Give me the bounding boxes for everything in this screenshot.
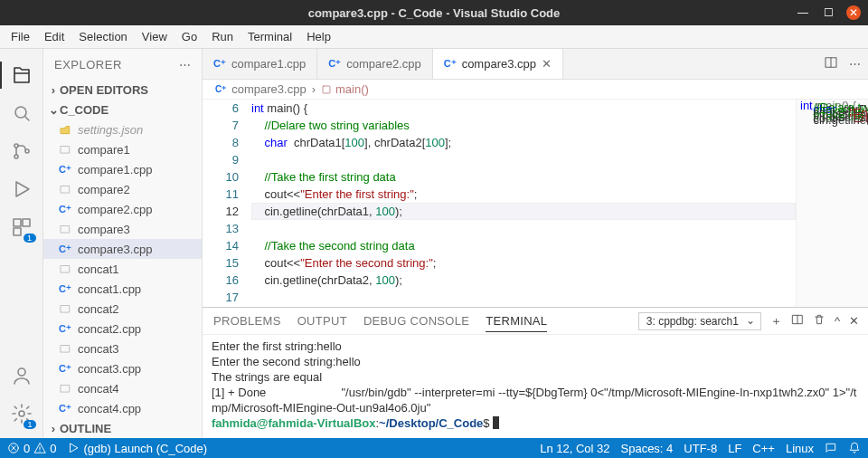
file-item[interactable]: C⁺concat3.cpp (43, 358, 202, 378)
minimize-icon[interactable]: — (796, 5, 810, 20)
menu-terminal[interactable]: Terminal (241, 26, 299, 47)
split-terminal-icon[interactable] (791, 313, 804, 329)
line-gutter: 6789101112131415161718 (203, 100, 251, 307)
status-problems[interactable]: 00 (7, 442, 56, 455)
binary-file-icon (58, 341, 72, 356)
explorer-icon[interactable] (0, 56, 43, 94)
file-item[interactable]: C⁺compare2.cpp (43, 199, 202, 219)
menu-edit[interactable]: Edit (37, 26, 71, 47)
cpp-file-icon: C⁺ (444, 58, 457, 70)
title-bar: compare3.cpp - C_Code - Visual Studio Co… (0, 0, 868, 25)
explorer-title: EXPLORER (54, 58, 122, 72)
status-os[interactable]: Linux (786, 442, 814, 455)
outline-section[interactable]: ›OUTLINE (43, 418, 202, 438)
cpp-file-icon: C⁺ (58, 242, 72, 256)
menu-help[interactable]: Help (299, 26, 338, 47)
extensions-icon[interactable]: 1 (0, 208, 43, 246)
binary-file-icon (58, 222, 72, 236)
panel-tab-problems[interactable]: PROBLEMS (213, 310, 281, 331)
split-editor-icon[interactable] (824, 55, 838, 72)
file-label: concat1 (78, 262, 119, 276)
file-item[interactable]: compare2 (43, 179, 202, 199)
cpp-file-icon: C⁺ (58, 321, 72, 336)
svg-point-3 (25, 149, 29, 153)
more-icon[interactable]: ⋯ (179, 58, 192, 72)
file-list: settings.jsoncompare1C⁺compare1.cppcompa… (43, 119, 202, 418)
json-file-icon (58, 122, 72, 137)
editor-tabs: C⁺compare1.cppC⁺compare2.cppC⁺compare3.c… (203, 49, 868, 80)
binary-file-icon (58, 301, 72, 316)
close-tab-icon[interactable]: ✕ (542, 57, 552, 71)
breadcrumb[interactable]: C⁺ compare3.cpp › main() (203, 80, 868, 100)
status-lang[interactable]: C++ (752, 442, 775, 455)
menu-run[interactable]: Run (204, 26, 241, 47)
accounts-icon[interactable] (0, 357, 43, 395)
maximize-icon[interactable]: ☐ (821, 5, 835, 20)
menu-view[interactable]: View (135, 26, 175, 47)
open-editors-section[interactable]: ›OPEN EDITORS (43, 80, 202, 100)
file-item[interactable]: C⁺compare3.cpp (43, 239, 202, 259)
search-icon[interactable] (0, 94, 43, 132)
file-item[interactable]: concat4 (43, 378, 202, 398)
kill-terminal-icon[interactable] (813, 313, 826, 329)
maximize-panel-icon[interactable]: ^ (835, 314, 840, 328)
close-panel-icon[interactable]: ✕ (849, 314, 859, 328)
source-control-icon[interactable] (0, 132, 43, 170)
status-eol[interactable]: LF (728, 442, 741, 455)
panel-tab-terminal[interactable]: TERMINAL (486, 310, 547, 332)
file-item[interactable]: C⁺concat2.cpp (43, 319, 202, 339)
editor-tab[interactable]: C⁺compare3.cpp✕ (433, 49, 563, 79)
svg-point-7 (18, 368, 25, 376)
file-item[interactable]: compare1 (43, 139, 202, 159)
menu-go[interactable]: Go (175, 26, 204, 47)
more-actions-icon[interactable]: ⋯ (849, 57, 861, 71)
file-label: settings.json (78, 123, 143, 137)
terminal-output[interactable]: Enter the first string:helloEnter the se… (203, 335, 868, 438)
explorer-sidebar: EXPLORER ⋯ ›OPEN EDITORS ⌄C_CODE setting… (43, 49, 203, 438)
file-item[interactable]: C⁺concat1.cpp (43, 279, 202, 299)
panel-tab-output[interactable]: OUTPUT (297, 310, 347, 331)
terminal-task-dropdown[interactable]: 3: cppdbg: search1 (638, 312, 761, 330)
binary-file-icon (58, 262, 72, 276)
settings-gear-icon[interactable]: 1 (0, 395, 43, 433)
file-item[interactable]: compare3 (43, 219, 202, 239)
status-bar: 00 (gdb) Launch (C_Code) Ln 12, Col 32 S… (0, 438, 868, 458)
file-item[interactable]: C⁺concat4.cpp (43, 398, 202, 418)
file-label: concat2.cpp (78, 322, 141, 336)
panel-tab-debug-console[interactable]: DEBUG CONSOLE (363, 310, 469, 331)
minimap[interactable]: int main() { //Delare two string variabl… (796, 100, 868, 307)
status-ln-col[interactable]: Ln 12, Col 32 (540, 442, 609, 455)
editor-tab[interactable]: C⁺compare1.cpp (203, 49, 317, 79)
run-debug-icon[interactable] (0, 170, 43, 208)
file-label: concat1.cpp (78, 282, 141, 296)
file-label: concat4.cpp (78, 402, 141, 415)
window-title: compare3.cpp - C_Code - Visual Studio Co… (308, 6, 561, 20)
menu-file[interactable]: File (4, 26, 37, 47)
status-debug-config[interactable]: (gdb) Launch (C_Code) (67, 442, 207, 455)
status-encoding[interactable]: UTF-8 (684, 442, 717, 455)
svg-rect-17 (323, 86, 330, 93)
folder-section[interactable]: ⌄C_CODE (43, 100, 202, 119)
menu-selection[interactable]: Selection (71, 26, 134, 47)
binary-file-icon (58, 142, 72, 157)
extensions-badge: 1 (24, 234, 36, 243)
menu-bar: FileEditSelectionViewGoRunTerminalHelp (0, 25, 868, 49)
cpp-file-icon: C⁺ (58, 361, 72, 376)
close-icon[interactable]: ✕ (846, 5, 861, 20)
file-item[interactable]: concat1 (43, 259, 202, 279)
status-spaces[interactable]: Spaces: 4 (621, 442, 674, 455)
file-item[interactable]: concat3 (43, 339, 202, 358)
new-terminal-icon[interactable]: ＋ (770, 313, 782, 329)
code-editor[interactable]: int main() { //Delare two string variabl… (251, 100, 796, 307)
svg-rect-4 (14, 219, 21, 226)
cpp-file-icon: C⁺ (58, 401, 72, 415)
file-item[interactable]: concat2 (43, 299, 202, 319)
bottom-panel: PROBLEMSOUTPUTDEBUG CONSOLETERMINAL 3: c… (203, 307, 868, 438)
notifications-icon[interactable] (848, 442, 861, 454)
editor-tab[interactable]: C⁺compare2.cpp (317, 49, 432, 79)
svg-rect-11 (61, 226, 69, 234)
feedback-icon[interactable] (825, 442, 837, 454)
file-item[interactable]: C⁺compare1.cpp (43, 159, 202, 179)
svg-rect-5 (23, 219, 30, 226)
file-item[interactable]: settings.json (43, 119, 202, 139)
